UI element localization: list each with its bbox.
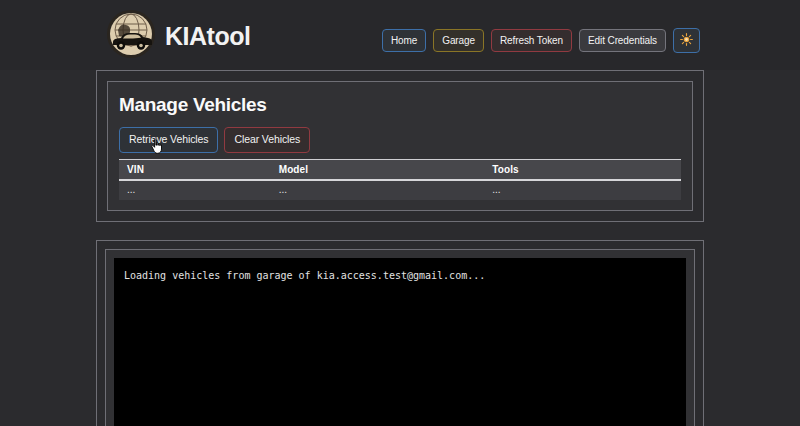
nav-home-button[interactable]: Home (382, 29, 426, 52)
brand[interactable]: KIAtool (106, 9, 250, 63)
vehicles-table: VIN Model Tools ... ... ... (119, 159, 681, 200)
nav-buttons: Home Garage Refresh Token Edit Credentia… (382, 28, 700, 53)
nav-refresh-token-button[interactable]: Refresh Token (491, 29, 572, 52)
header-vin: VIN (119, 159, 271, 180)
sun-icon (680, 33, 693, 48)
cell-vin: ... (119, 180, 271, 200)
console-panel: Loading vehicles from garage of kia.acce… (96, 240, 704, 426)
manage-vehicles-panel: Manage Vehicles Retrieve Vehicles Clear … (96, 70, 704, 222)
header-model: Model (271, 159, 485, 180)
manage-vehicles-card: Manage Vehicles Retrieve Vehicles Clear … (107, 81, 693, 211)
theme-toggle-button[interactable] (673, 28, 700, 53)
navbar: KIAtool Home Garage Refresh Token Edit C… (0, 0, 800, 70)
cell-tools: ... (484, 180, 681, 200)
header-tools: Tools (484, 159, 681, 180)
nav-edit-credentials-button[interactable]: Edit Credentials (579, 29, 666, 52)
brand-title: KIAtool (165, 22, 250, 51)
console-card: Loading vehicles from garage of kia.acce… (105, 249, 695, 426)
retrieve-vehicles-button[interactable]: Retrieve Vehicles (119, 127, 218, 153)
console-output: Loading vehicles from garage of kia.acce… (114, 258, 686, 426)
nav-garage-button[interactable]: Garage (433, 29, 484, 52)
clear-vehicles-button[interactable]: Clear Vehicles (224, 127, 310, 153)
table-header-row: VIN Model Tools (119, 159, 681, 180)
page-title: Manage Vehicles (119, 94, 681, 116)
kiatool-logo-icon (106, 9, 156, 63)
vehicle-actions: Retrieve Vehicles Clear Vehicles (119, 127, 681, 153)
cell-model: ... (271, 180, 485, 200)
table-row: ... ... ... (119, 180, 681, 200)
